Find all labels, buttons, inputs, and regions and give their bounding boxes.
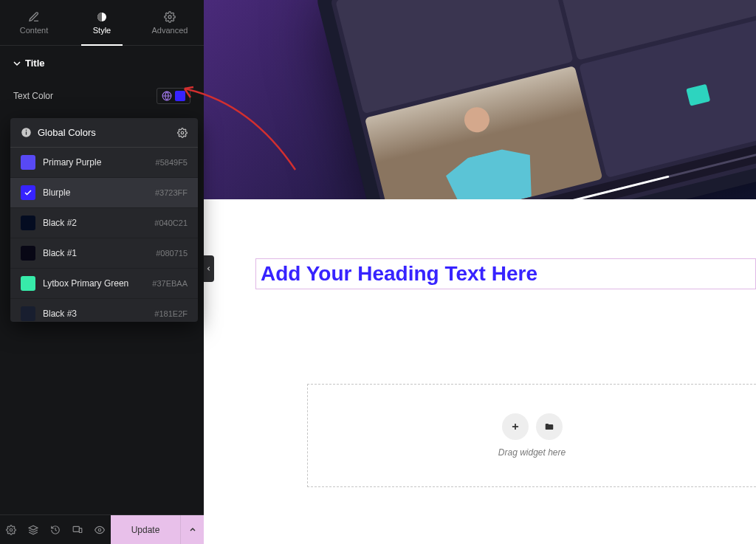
- svg-rect-4: [26, 131, 27, 134]
- color-swatch: [21, 276, 35, 291]
- tablet-screen: 40:54 / 1:04:20: [330, 0, 756, 199]
- pencil-icon: [28, 11, 40, 23]
- svg-rect-5: [26, 130, 27, 131]
- gear-icon: [6, 525, 16, 535]
- color-item[interactable]: Lytbox Primary Green#37EBAA: [10, 269, 198, 299]
- panel-tabs: Content Style Advanced: [0, 0, 204, 46]
- tab-style[interactable]: Style: [68, 0, 136, 45]
- tab-advanced[interactable]: Advanced: [136, 0, 204, 45]
- svg-point-6: [181, 131, 184, 134]
- add-template-button[interactable]: [536, 413, 563, 440]
- text-color-label: Text Color: [13, 91, 53, 101]
- empty-section-drop-zone[interactable]: Drag widget here: [307, 384, 756, 487]
- folder-icon: [544, 421, 554, 432]
- color-picker-button[interactable]: [157, 88, 190, 104]
- section-toggle[interactable]: Title: [13, 58, 190, 69]
- heading-text: Add Your Heading Text Here: [261, 262, 537, 285]
- color-swatch: [21, 216, 35, 230]
- tab-label: Content: [20, 26, 49, 35]
- gear-icon[interactable]: [177, 128, 188, 138]
- color-item[interactable]: Black #1#080715: [10, 238, 198, 269]
- plus-icon: [510, 421, 520, 432]
- update-button[interactable]: Update: [111, 515, 180, 544]
- color-item[interactable]: Primary Purple#5849F5: [10, 148, 198, 178]
- heading-widget[interactable]: Add Your Heading Text Here: [255, 258, 756, 289]
- color-item[interactable]: Blurple#3723FF: [10, 178, 198, 208]
- tab-label: Style: [93, 26, 111, 35]
- section-title: Title: [0, 46, 204, 85]
- svg-point-1: [168, 16, 171, 18]
- tablet-mockup: 40:54 / 1:04:20: [314, 0, 756, 199]
- color-swatch: [21, 246, 35, 261]
- badge-icon: [686, 84, 710, 106]
- color-name: Lytbox Primary Green: [43, 278, 145, 289]
- drop-actions: [502, 413, 563, 440]
- layers-icon: [28, 525, 38, 535]
- color-hex: #080715: [156, 249, 188, 258]
- color-hex: #181E2F: [154, 309, 188, 318]
- history-icon: [50, 525, 61, 535]
- color-item[interactable]: Black #3#181E2F: [10, 299, 198, 322]
- footer-icons: [0, 515, 111, 544]
- color-hex: #5849F5: [156, 158, 188, 167]
- color-name: Primary Purple: [43, 157, 148, 168]
- tab-label: Advanced: [152, 26, 188, 35]
- svg-point-11: [98, 528, 101, 531]
- text-color-row: Text Color: [0, 85, 204, 114]
- footer-bar: Update: [0, 514, 204, 544]
- navigator-button[interactable]: [22, 515, 44, 545]
- color-swatch: [21, 306, 35, 321]
- color-list[interactable]: Primary Purple#5849F5Blurple#3723FFBlack…: [10, 148, 198, 322]
- globe-icon: [162, 91, 172, 101]
- chevron-left-icon: [206, 266, 212, 272]
- svg-rect-9: [73, 526, 79, 531]
- global-colors-popover: Global Colors Primary Purple#5849F5Blurp…: [10, 118, 198, 322]
- panel-collapse-handle[interactable]: [204, 255, 214, 282]
- devices-icon: [72, 525, 83, 535]
- color-swatch: [21, 155, 35, 170]
- color-name: Black #2: [43, 218, 147, 228]
- eye-icon: [94, 525, 105, 535]
- tab-content[interactable]: Content: [0, 0, 68, 45]
- update-label: Update: [131, 525, 160, 535]
- svg-marker-8: [29, 526, 38, 530]
- color-hex: #040C21: [154, 218, 188, 227]
- color-name: Black #1: [43, 248, 148, 258]
- caret-down-icon: [13, 60, 21, 67]
- current-color-swatch: [175, 91, 185, 101]
- editor-canvas: 40:54 / 1:04:20 Add Your Heading Text He…: [204, 0, 756, 514]
- svg-point-7: [10, 528, 13, 531]
- info-icon: [21, 127, 32, 138]
- color-hex: #37EBAA: [152, 279, 188, 288]
- color-name: Black #3: [43, 309, 147, 319]
- check-icon: [24, 188, 32, 197]
- color-swatch: [21, 185, 35, 200]
- style-icon: [96, 11, 108, 23]
- preview-button[interactable]: [89, 515, 111, 545]
- history-button[interactable]: [44, 515, 66, 545]
- drop-hint-text: Drag widget here: [498, 447, 566, 458]
- gear-icon: [164, 11, 176, 23]
- hero-section[interactable]: 40:54 / 1:04:20: [204, 0, 756, 199]
- settings-button[interactable]: [0, 515, 22, 545]
- chevron-up-icon: [189, 526, 196, 534]
- section-heading: Title: [25, 58, 45, 69]
- add-widget-button[interactable]: [502, 413, 529, 440]
- color-name: Blurple: [43, 187, 148, 198]
- color-hex: #3723FF: [155, 188, 188, 197]
- color-item[interactable]: Black #2#040C21: [10, 208, 198, 238]
- popover-header: Global Colors: [10, 118, 198, 148]
- popover-title: Global Colors: [38, 127, 96, 138]
- update-options-button[interactable]: [180, 515, 204, 544]
- responsive-button[interactable]: [66, 515, 89, 545]
- svg-rect-10: [79, 528, 82, 532]
